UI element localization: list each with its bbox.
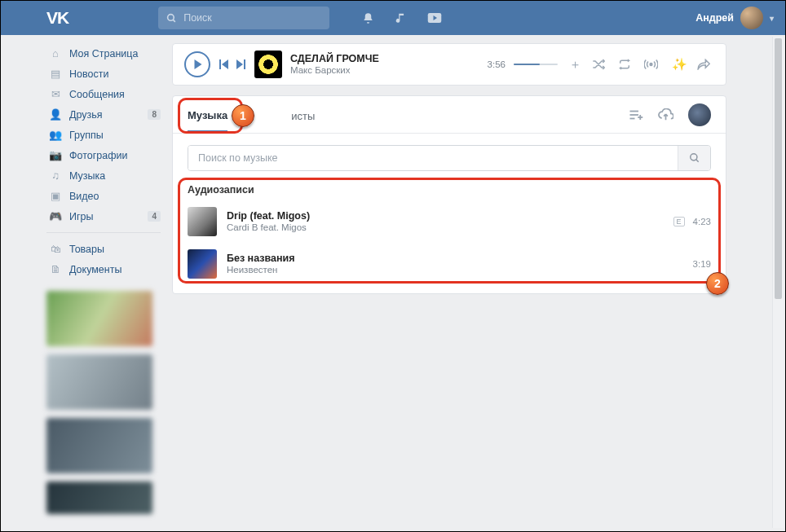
user-menu[interactable]: Андрей ▾ — [695, 7, 774, 29]
add-track-icon[interactable]: ＋ — [566, 57, 584, 73]
search-icon — [166, 13, 177, 24]
sidebar: ⌂Моя Страница ▤Новости ✉Сообщения 👤Друзь… — [46, 43, 161, 531]
music-card: Музыка исты — [172, 95, 726, 294]
message-icon: ✉ — [49, 88, 62, 100]
sidebar-item-friends[interactable]: 👤Друзья8 — [46, 104, 161, 125]
tab-music[interactable]: Музыка — [188, 98, 227, 132]
sidebar-item-label: Сообщения — [69, 89, 125, 100]
track-cover — [188, 249, 217, 279]
friends-icon: 👤 — [49, 108, 62, 121]
broadcast-icon[interactable] — [644, 59, 662, 70]
repeat-icon[interactable] — [618, 59, 636, 70]
sidebar-item-music[interactable]: ♫Музыка — [46, 165, 161, 186]
volume-slider[interactable] — [514, 64, 558, 65]
explicit-badge: E — [673, 217, 685, 226]
track-row[interactable]: Без названияНеизвестен3:19 — [173, 243, 726, 285]
sidebar-item-label: Новости — [69, 68, 108, 80]
sidebar-item-market[interactable]: 🛍Товары — [46, 239, 161, 259]
vk-logo[interactable]: VK — [46, 8, 68, 28]
annotation-callout-2: 2 — [706, 272, 729, 295]
track-duration: 4:23 — [693, 217, 711, 226]
sidebar-separator — [46, 232, 161, 233]
share-icon[interactable] — [696, 59, 714, 70]
video-header-icon[interactable] — [427, 12, 452, 24]
music-search-input[interactable] — [188, 146, 678, 170]
profile-avatar-small[interactable] — [688, 103, 711, 126]
music-header-icon[interactable] — [395, 12, 419, 24]
next-track-button[interactable] — [236, 59, 246, 69]
sidebar-item-label: Игры — [69, 211, 93, 222]
video-icon: ▣ — [49, 190, 62, 202]
track-artist: Cardi B feat. Migos — [227, 222, 310, 234]
now-playing-artist: Макс Барских — [290, 65, 379, 76]
sidebar-item-label: Моя Страница — [69, 48, 138, 59]
svg-point-9 — [690, 154, 696, 160]
svg-point-0 — [168, 14, 174, 20]
play-button[interactable] — [184, 51, 210, 77]
sidebar-item-label: Товары — [69, 244, 104, 255]
now-playing-cover — [254, 51, 282, 78]
scrollbar[interactable] — [772, 37, 784, 528]
music-icon: ♫ — [49, 169, 62, 182]
global-search[interactable] — [158, 7, 329, 29]
global-search-input[interactable] — [183, 12, 321, 24]
track-time: 3:56 — [488, 59, 506, 69]
sidebar-item-label: Документы — [69, 264, 121, 275]
sidebar-item-label: Фотографии — [69, 150, 127, 161]
prev-track-button[interactable] — [219, 59, 228, 69]
music-search[interactable] — [188, 145, 711, 171]
track-duration: 3:19 — [693, 259, 711, 269]
track-row[interactable]: Drip (feat. Migos)Cardi B feat. MigosE4:… — [173, 200, 726, 243]
sidebar-item-label: Группы — [69, 130, 104, 141]
sidebar-item-docs[interactable]: 🗎Документы — [46, 259, 161, 279]
sidebar-ad[interactable] — [46, 354, 152, 410]
track-artist: Неизвестен — [227, 265, 295, 276]
sidebar-ad[interactable] — [46, 481, 152, 514]
groups-icon: 👥 — [49, 129, 62, 141]
svg-point-3 — [650, 64, 652, 66]
track-list: Drip (feat. Migos)Cardi B feat. MigosE4:… — [173, 200, 726, 285]
tab-playlists-partial[interactable]: исты — [291, 99, 315, 131]
svg-line-10 — [695, 160, 698, 162]
track-title: Без названия — [227, 253, 295, 265]
music-search-button[interactable] — [678, 146, 710, 170]
sidebar-item-mypage[interactable]: ⌂Моя Страница — [46, 43, 161, 64]
sidebar-item-groups[interactable]: 👥Группы — [46, 125, 161, 145]
home-icon: ⌂ — [49, 47, 62, 59]
market-icon: 🛍 — [49, 243, 62, 255]
sidebar-item-news[interactable]: ▤Новости — [46, 64, 161, 84]
annotation-callout-1: 1 — [232, 104, 254, 127]
shuffle-icon[interactable] — [592, 59, 610, 70]
user-name: Андрей — [695, 12, 734, 24]
audio-player: СДЕЛАЙ ГРОМЧЕ Макс Барских 3:56 ＋ ✨ — [172, 43, 726, 86]
now-playing-title: СДЕЛАЙ ГРОМЧЕ — [290, 53, 379, 64]
news-icon: ▤ — [49, 68, 62, 80]
camera-icon: 📷 — [49, 149, 62, 161]
scrollbar-thumb[interactable] — [775, 38, 782, 299]
sidebar-ad[interactable] — [46, 418, 152, 473]
upload-icon[interactable] — [658, 108, 673, 121]
friends-badge: 8 — [148, 109, 161, 120]
sidebar-item-label: Друзья — [69, 109, 103, 121]
sidebar-ad[interactable] — [46, 291, 152, 346]
sidebar-item-photos[interactable]: 📷Фотографии — [46, 145, 161, 165]
visual-icon[interactable]: ✨ — [670, 57, 688, 72]
sidebar-item-video[interactable]: ▣Видео — [46, 186, 161, 206]
svg-line-1 — [173, 20, 175, 22]
sidebar-item-games[interactable]: 🎮Игры4 — [46, 206, 161, 226]
sidebar-item-label: Видео — [69, 191, 99, 202]
chevron-down-icon: ▾ — [770, 14, 774, 23]
sidebar-item-label: Музыка — [69, 170, 105, 182]
sidebar-item-messages[interactable]: ✉Сообщения — [46, 84, 161, 104]
add-playlist-icon[interactable] — [629, 109, 643, 121]
track-cover — [188, 207, 217, 236]
games-badge: 4 — [148, 211, 161, 222]
docs-icon: 🗎 — [49, 263, 62, 275]
track-title: Drip (feat. Migos) — [227, 210, 310, 222]
section-title-audio: Аудиозаписи — [173, 182, 726, 200]
games-icon: 🎮 — [49, 210, 62, 222]
notifications-icon[interactable] — [362, 12, 386, 24]
avatar — [740, 7, 763, 29]
